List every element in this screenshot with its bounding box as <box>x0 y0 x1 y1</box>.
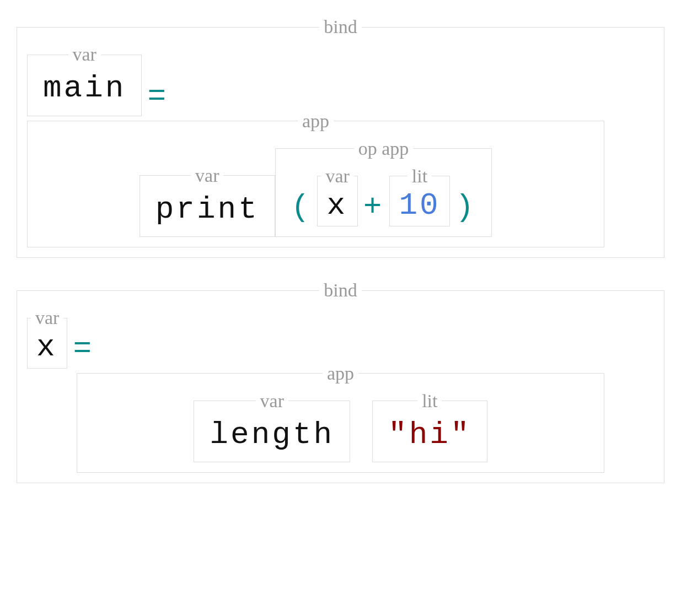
var-label: var <box>31 307 63 328</box>
bind-label: bind <box>319 280 361 301</box>
var-name-x: x <box>31 327 63 367</box>
lit-value-10: 10 <box>393 186 446 225</box>
bind-header-row-x: var x = <box>27 307 99 369</box>
var-name-x-inner: x <box>321 186 353 225</box>
var-label: var <box>256 391 288 412</box>
left-paren: ( <box>286 188 318 227</box>
var-name-main: main <box>37 68 131 108</box>
var-label: var <box>191 165 223 186</box>
lit-label: lit <box>407 166 432 187</box>
var-label: var <box>321 166 353 187</box>
app-label: app <box>298 111 334 132</box>
lit-value-hi: "hi" <box>383 415 476 455</box>
var-node-main: var main <box>27 44 142 116</box>
var-node-length: var length <box>194 391 350 463</box>
var-node-x-inner: var x <box>317 166 357 227</box>
plus-sign: + <box>358 188 390 227</box>
var-name-print: print <box>150 190 265 229</box>
var-name-length: length <box>204 415 340 455</box>
bind-node-main: bind var main = app var print op app <box>17 17 664 258</box>
lit-node-hi: lit "hi" <box>372 391 487 463</box>
ast-diagram: bind var main = app var print op app <box>17 17 664 483</box>
lit-node-10: lit 10 <box>389 166 449 227</box>
var-label: var <box>68 44 101 65</box>
right-paren: ) <box>450 188 482 227</box>
bind-label: bind <box>319 17 361 37</box>
app-label: app <box>323 363 358 384</box>
var-node-x: var x <box>27 307 67 369</box>
app-node-length: app var length lit "hi" <box>77 363 604 473</box>
bind-header-row: var main = <box>27 44 174 116</box>
op-app-label: op app <box>354 138 414 159</box>
app-node-print: app var print op app ( var x <box>27 111 604 248</box>
bind-node-x: bind var x = app var length lit <box>17 280 664 483</box>
var-node-print: var print <box>140 165 275 237</box>
lit-label: lit <box>417 391 442 412</box>
op-app-node: op app ( var x + lit 10 <box>275 138 492 237</box>
